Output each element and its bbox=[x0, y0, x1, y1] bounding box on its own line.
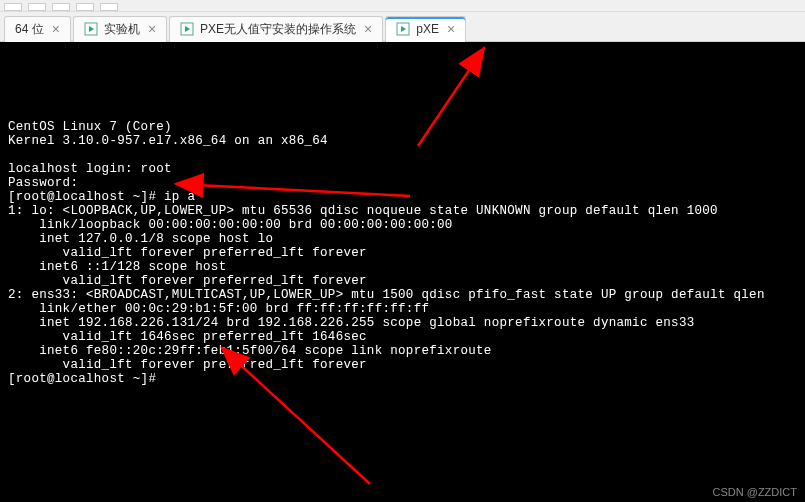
tab-strip: 64 位 × 实验机 × PXE无人值守安装的操作系统 × pXE × bbox=[0, 12, 805, 42]
play-icon bbox=[396, 22, 410, 36]
watermark: CSDN @ZZDICT bbox=[713, 486, 798, 498]
iface-ens33-valid: valid_lft 1646sec preferred_lft 1646sec bbox=[8, 330, 367, 344]
tab-label: 64 位 bbox=[15, 21, 44, 38]
close-icon[interactable]: × bbox=[52, 21, 60, 37]
tab-label: PXE无人值守安装的操作系统 bbox=[200, 21, 356, 38]
login-prompt: localhost login: root bbox=[8, 162, 172, 176]
toolbar-remnant bbox=[0, 0, 805, 12]
tab-pxe-unattended[interactable]: PXE无人值守安装的操作系统 × bbox=[169, 16, 383, 42]
close-icon[interactable]: × bbox=[447, 21, 455, 37]
close-icon[interactable]: × bbox=[148, 21, 156, 37]
iface-lo-valid6: valid_lft forever preferred_lft forever bbox=[8, 274, 367, 288]
toolbar-icon bbox=[28, 3, 46, 11]
iface-lo-valid: valid_lft forever preferred_lft forever bbox=[8, 246, 367, 260]
kernel-line: Kernel 3.10.0-957.el7.x86_64 on an x86_6… bbox=[8, 134, 328, 148]
tab-64bit[interactable]: 64 位 × bbox=[4, 16, 71, 42]
iface-ens33-inet6: inet6 fe80::20c:29ff:feb1:5f00/64 scope … bbox=[8, 344, 492, 358]
os-line: CentOS Linux 7 (Core) bbox=[8, 120, 172, 134]
shell-prompt: [root@localhost ~]# ip a bbox=[8, 190, 195, 204]
iface-ens33-inet: inet 192.168.226.131/24 brd 192.168.226.… bbox=[8, 316, 695, 330]
tab-pxe[interactable]: pXE × bbox=[385, 16, 466, 42]
iface-ens33-valid6: valid_lft forever preferred_lft forever bbox=[8, 358, 367, 372]
tab-label: 实验机 bbox=[104, 21, 140, 38]
iface-lo-header: 1: lo: <LOOPBACK,UP,LOWER_UP> mtu 65536 … bbox=[8, 204, 718, 218]
toolbar-icon bbox=[100, 3, 118, 11]
svg-marker-3 bbox=[185, 26, 190, 32]
svg-marker-5 bbox=[401, 26, 406, 32]
password-prompt: Password: bbox=[8, 176, 78, 190]
toolbar-icon bbox=[76, 3, 94, 11]
terminal[interactable]: CentOS Linux 7 (Core) Kernel 3.10.0-957.… bbox=[0, 42, 805, 502]
iface-ens33-header: 2: ens33: <BROADCAST,MULTICAST,UP,LOWER_… bbox=[8, 288, 765, 302]
toolbar-icon bbox=[4, 3, 22, 11]
close-icon[interactable]: × bbox=[364, 21, 372, 37]
tab-label: pXE bbox=[416, 22, 439, 36]
iface-lo-inet: inet 127.0.0.1/8 scope host lo bbox=[8, 232, 273, 246]
tab-labmachine[interactable]: 实验机 × bbox=[73, 16, 167, 42]
shell-prompt: [root@localhost ~]# bbox=[8, 372, 156, 386]
iface-lo-inet6: inet6 ::1/128 scope host bbox=[8, 260, 226, 274]
toolbar-icon bbox=[52, 3, 70, 11]
play-icon bbox=[180, 22, 194, 36]
play-icon bbox=[84, 22, 98, 36]
iface-lo-link: link/loopback 00:00:00:00:00:00 brd 00:0… bbox=[8, 218, 453, 232]
svg-marker-1 bbox=[89, 26, 94, 32]
iface-ens33-link: link/ether 00:0c:29:b1:5f:00 brd ff:ff:f… bbox=[8, 302, 429, 316]
